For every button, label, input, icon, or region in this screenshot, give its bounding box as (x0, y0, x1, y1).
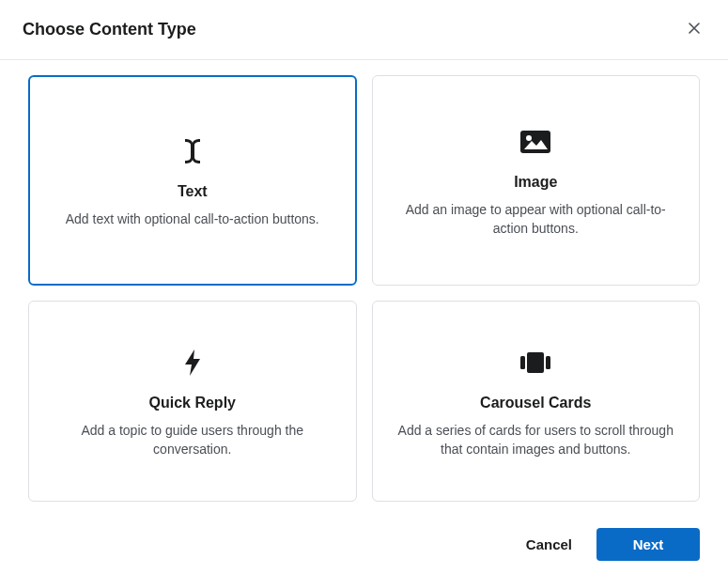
option-description: Add a series of cards for users to scrol… (395, 421, 677, 459)
modal-body: Text Add text with optional call-to-acti… (0, 60, 728, 517)
option-carousel[interactable]: Carousel Cards Add a series of cards for… (372, 301, 701, 502)
option-description: Add an image to appear with optional cal… (395, 200, 677, 239)
option-description: Add a topic to guide users through the c… (52, 421, 333, 459)
lightning-icon (183, 344, 202, 381)
option-image[interactable]: Image Add an image to appear with option… (372, 75, 701, 286)
text-cursor-icon (182, 132, 203, 170)
close-icon (687, 21, 702, 39)
cancel-button[interactable]: Cancel (520, 529, 578, 560)
modal-header: Choose Content Type (0, 0, 728, 60)
option-title: Quick Reply (149, 395, 236, 411)
svg-point-1 (526, 135, 532, 141)
svg-rect-4 (546, 356, 550, 369)
modal-footer: Cancel Next (0, 515, 728, 574)
option-title: Carousel Cards (480, 395, 591, 411)
carousel-icon (519, 344, 552, 381)
option-quick-reply[interactable]: Quick Reply Add a topic to guide users t… (28, 301, 357, 502)
option-text[interactable]: Text Add text with optional call-to-acti… (28, 75, 357, 286)
option-title: Text (178, 183, 208, 200)
svg-rect-0 (520, 131, 550, 153)
image-icon (519, 123, 551, 161)
content-type-options: Text Add text with optional call-to-acti… (28, 75, 700, 502)
next-button[interactable]: Next (596, 528, 700, 561)
svg-rect-3 (520, 356, 525, 369)
svg-rect-2 (527, 352, 544, 373)
modal-title: Choose Content Type (23, 20, 196, 39)
option-title: Image (514, 174, 557, 191)
close-button[interactable] (683, 17, 705, 42)
option-description: Add text with optional call-to-action bu… (66, 209, 319, 228)
